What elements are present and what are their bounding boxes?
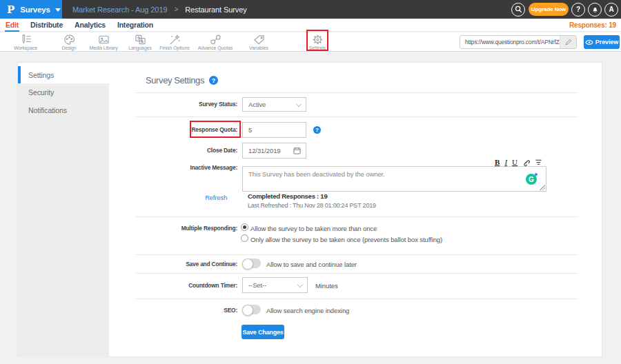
account-button[interactable]: A	[604, 3, 618, 17]
radio-once-only[interactable]	[241, 234, 248, 242]
countdown-timer-select[interactable]: --Set--	[242, 277, 308, 293]
survey-url-value: https://www.questionpro.com/t/APNrfZ	[465, 39, 560, 46]
translate-icon	[134, 34, 147, 46]
save-and-continue-text: Allow to save and continue later	[266, 261, 357, 268]
sidebar-item-settings[interactable]: Settings	[18, 66, 109, 83]
divider	[135, 216, 578, 217]
help-button[interactable]: ?	[571, 3, 585, 17]
annotation-box-response-quota	[190, 121, 241, 138]
top-navbar: P Surveys Market Research - Aug 2019 > R…	[0, 0, 621, 19]
save-and-continue-label: Save and Continue:	[109, 261, 237, 267]
surveys-menu[interactable]: P Surveys	[0, 0, 62, 19]
divider	[135, 254, 578, 255]
sidebar-item-notifications[interactable]: Notifications	[18, 101, 109, 119]
settings-card: Settings Security Notifications Survey S…	[17, 62, 602, 357]
magic-wand-icon	[168, 34, 181, 46]
tag-icon	[253, 34, 266, 46]
refresh-link[interactable]: Refresh	[89, 194, 227, 201]
sidebar-item-security[interactable]: Security	[18, 83, 109, 101]
survey-status-select[interactable]: Active	[242, 97, 306, 112]
breadcrumb-separator: >	[174, 6, 178, 13]
breadcrumb-current: Restaurant Survey	[185, 6, 246, 14]
seo-text: Allow search engine indexing	[266, 307, 349, 314]
notifications-button[interactable]	[588, 3, 602, 17]
countdown-timer-label: Countdown Timer:	[109, 282, 237, 289]
radio-multiple-allowed-label[interactable]: Allow the survey to be taken more than o…	[250, 225, 377, 232]
chevron-down-icon	[297, 282, 303, 287]
preview-button[interactable]: Preview	[584, 35, 620, 49]
toolbar-item-variables[interactable]: Variables	[231, 34, 286, 50]
underline-button[interactable]: U	[512, 158, 518, 166]
countdown-timer-suffix: Minutes	[315, 282, 338, 290]
eye-icon	[585, 39, 593, 46]
search-button[interactable]	[511, 3, 525, 17]
breadcrumb: Market Research - Aug 2019 > Restaurant …	[72, 0, 247, 19]
breadcrumb-parent[interactable]: Market Research - Aug 2019	[72, 6, 167, 14]
page: P Surveys Market Research - Aug 2019 > R…	[0, 0, 621, 364]
menu-item-analytics[interactable]: Analytics	[75, 21, 106, 29]
workspace-icon	[19, 34, 32, 46]
survey-status-label: Survey Status:	[109, 101, 237, 108]
response-quota-help-icon[interactable]: ?	[313, 126, 321, 134]
survey-url-field[interactable]: https://www.questionpro.com/t/APNrfZ	[460, 35, 577, 49]
divider	[135, 92, 578, 93]
divider	[135, 299, 578, 299]
save-and-continue-toggle[interactable]	[242, 259, 261, 268]
palette-icon	[63, 34, 76, 46]
sidebar-background	[18, 83, 109, 357]
divider	[135, 273, 578, 274]
save-changes-button[interactable]: Save Changes	[241, 325, 284, 339]
pencil-icon	[565, 39, 572, 46]
text-format-toolbar: B I U	[404, 158, 542, 166]
close-date-label: Close Date:	[109, 147, 237, 154]
completed-responses: Completed Responses : 19 Last Refreshed …	[248, 192, 376, 209]
grammarly-icon[interactable]: G	[526, 174, 537, 185]
product-menu-label: Surveys	[20, 6, 50, 14]
seo-toggle[interactable]	[242, 305, 261, 314]
divider	[135, 117, 578, 117]
inactive-message-label: Inactive Message:	[109, 164, 237, 171]
chevron-down-icon	[55, 8, 61, 12]
bold-button[interactable]: B	[495, 158, 500, 166]
responses-count[interactable]: Responses: 19	[569, 21, 616, 29]
close-date-input[interactable]: 12/31/2019	[242, 143, 306, 159]
page-title: Survey Settings ?	[146, 75, 218, 85]
seo-label: SEO:	[109, 307, 237, 314]
top-actions: Upgrade Now ? A	[509, 0, 618, 19]
menu-item-integration[interactable]: Integration	[117, 21, 153, 29]
horizontal-rule-button[interactable]	[535, 159, 542, 166]
italic-button[interactable]: I	[504, 158, 507, 166]
radio-multiple-allowed[interactable]	[241, 223, 248, 231]
search-icon	[515, 6, 522, 13]
response-quota-input[interactable]: 5	[242, 122, 306, 138]
menu-item-edit[interactable]: Edit	[6, 21, 19, 29]
chevron-down-icon	[296, 101, 302, 107]
upgrade-now-button[interactable]: Upgrade Now	[529, 3, 569, 16]
multiple-responding-label: Multiple Responding:	[109, 225, 237, 232]
active-tab-underline	[5, 30, 19, 32]
image-icon	[97, 34, 110, 46]
chain-links-icon	[209, 34, 222, 46]
title-help-icon[interactable]: ?	[209, 76, 218, 85]
resize-handle[interactable]	[540, 185, 545, 190]
calendar-icon	[293, 147, 301, 154]
questionpro-logo: P	[7, 3, 14, 16]
radio-once-only-label[interactable]: Only allow the survey to be taken once (…	[250, 236, 442, 243]
inactive-message-textarea[interactable]: This Survey has been deactivated by the …	[242, 166, 546, 192]
annotation-box-settings	[306, 30, 328, 51]
link-button[interactable]	[522, 159, 530, 166]
menu-item-distribute[interactable]: Distribute	[30, 21, 63, 29]
edit-url-button[interactable]	[560, 36, 576, 48]
bell-icon	[591, 6, 599, 13]
